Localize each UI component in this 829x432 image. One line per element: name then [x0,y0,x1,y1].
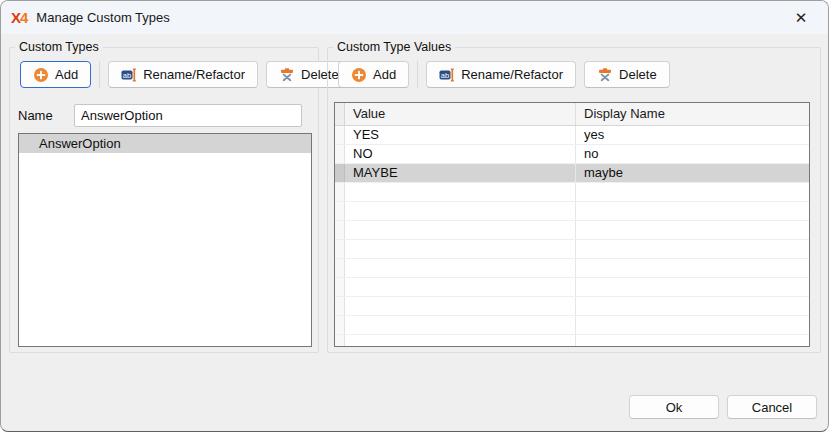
custom-types-rename-button[interactable]: ab Rename/Refactor [108,61,258,88]
table-row-empty[interactable] [335,202,809,221]
values-add-button[interactable]: Add [338,61,409,88]
table-row-empty[interactable] [335,297,809,316]
svg-text:ab: ab [123,70,131,79]
cell-value[interactable] [345,297,576,315]
row-header-stub [335,316,345,334]
svg-text:ab: ab [441,70,449,79]
cell-value[interactable]: MAYBE [345,164,576,182]
cell-display-name[interactable]: yes [576,126,809,144]
name-input[interactable] [74,104,302,127]
column-header-display-name[interactable]: Display Name [576,103,809,125]
row-header-stub [335,297,345,315]
cell-value[interactable] [345,278,576,296]
cell-display-name[interactable] [576,259,809,277]
cell-display-name[interactable]: maybe [576,164,809,182]
cell-display-name[interactable] [576,202,809,220]
cell-display-name[interactable] [576,221,809,239]
table-row-empty[interactable] [335,259,809,278]
table-row-empty[interactable] [335,316,809,335]
rename-refactor-icon: ab [439,67,455,83]
add-icon [33,67,49,83]
table-row[interactable]: YES yes [335,126,809,145]
row-header-stub [335,240,345,258]
toolbar-separator [99,61,100,88]
custom-types-toolbar: Add ab Rename/Refactor Delete [20,61,352,88]
row-header-stub [335,259,345,277]
close-icon[interactable]: ✕ [784,4,818,32]
cell-value[interactable] [345,183,576,201]
row-header-stub [335,164,345,182]
custom-types-list[interactable]: AnswerOption [18,133,312,347]
row-header-stub [335,145,345,163]
row-header-stub [335,278,345,296]
table-row[interactable]: MAYBE maybe [335,164,809,183]
delete-icon [279,67,295,83]
cell-value[interactable]: NO [345,145,576,163]
name-label: Name [18,108,53,123]
custom-type-values-group-label: Custom Type Values [333,40,455,55]
cell-display-name[interactable] [576,335,809,347]
list-item[interactable]: AnswerOption [19,134,311,153]
cell-value[interactable] [345,259,576,277]
cell-display-name[interactable] [576,240,809,258]
table-row[interactable]: NO no [335,145,809,164]
cell-value[interactable] [345,335,576,347]
custom-types-group-label: Custom Types [15,40,103,55]
custom-types-add-button[interactable]: Add [20,61,91,88]
rename-refactor-icon: ab [121,67,137,83]
manage-custom-types-dialog: X4 Manage Custom Types ✕ Custom Types Ad… [0,0,829,432]
rename-button-label: Rename/Refactor [143,67,245,82]
cell-display-name[interactable]: no [576,145,809,163]
row-header-stub [335,183,345,201]
table-row-empty[interactable] [335,335,809,347]
row-header-stub [335,103,345,125]
toolbar-separator [417,61,418,88]
cell-display-name[interactable] [576,297,809,315]
column-header-value[interactable]: Value [345,103,576,125]
custom-type-values-table[interactable]: Value Display Name YES yes NO no MAYBE m… [334,102,810,347]
table-header-row: Value Display Name [335,103,809,126]
ok-button[interactable]: Ok [629,395,719,419]
custom-type-values-toolbar: Add ab Rename/Refactor Delete [338,61,670,88]
custom-type-values-group: Custom Type Values Add ab Rename/Refacto… [327,47,821,353]
table-row-empty[interactable] [335,221,809,240]
cell-display-name[interactable] [576,316,809,334]
title-bar: X4 Manage Custom Types ✕ [1,1,828,34]
values-delete-button[interactable]: Delete [584,61,670,88]
cancel-button[interactable]: Cancel [727,395,817,419]
table-row-empty[interactable] [335,183,809,202]
cell-display-name[interactable] [576,278,809,296]
row-header-stub [335,202,345,220]
delete-icon [597,67,613,83]
table-row-empty[interactable] [335,278,809,297]
app-logo-icon: X4 [11,9,27,26]
rename-button-label: Rename/Refactor [461,67,563,82]
cell-value[interactable] [345,240,576,258]
window-title: Manage Custom Types [36,10,169,25]
cell-value[interactable]: YES [345,126,576,144]
cell-value[interactable] [345,221,576,239]
table-row-empty[interactable] [335,240,809,259]
cell-value[interactable] [345,202,576,220]
add-icon [351,67,367,83]
cell-value[interactable] [345,316,576,334]
custom-types-group: Custom Types Add ab Rename/Refactor Dele… [9,47,319,353]
values-rename-button[interactable]: ab Rename/Refactor [426,61,576,88]
row-header-stub [335,335,345,347]
row-header-stub [335,221,345,239]
add-button-label: Add [373,67,396,82]
row-header-stub [335,126,345,144]
add-button-label: Add [55,67,78,82]
cell-display-name[interactable] [576,183,809,201]
delete-button-label: Delete [619,67,657,82]
